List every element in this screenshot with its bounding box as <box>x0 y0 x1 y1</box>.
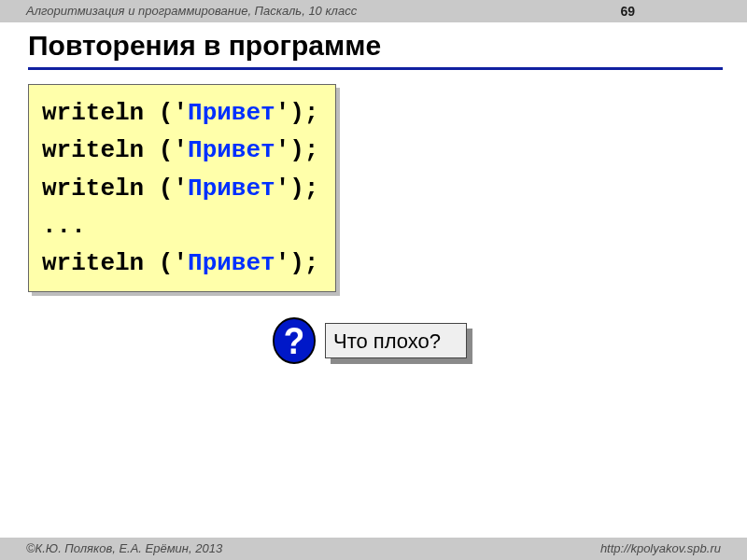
slide-footer-bar: ©К.Ю. Поляков, Е.А. Ерёмин, 2013 http://… <box>0 538 747 560</box>
slide-header-bar: Алгоритмизация и программирование, Паска… <box>0 0 747 22</box>
code-block-content: writeln ('Привет'); writeln ('Привет'); … <box>28 84 336 292</box>
code-block: writeln ('Привет'); writeln ('Привет'); … <box>28 84 336 292</box>
copyright-text: ©К.Ю. Поляков, Е.А. Ерёмин, 2013 <box>26 541 222 555</box>
page-number: 69 <box>620 0 635 22</box>
code-line: writeln ('Привет'); <box>42 99 318 127</box>
code-line: writeln ('Привет'); <box>42 249 318 277</box>
code-line: writeln ('Привет'); <box>42 136 318 164</box>
course-title: Алгоритмизация и программирование, Паска… <box>26 4 357 18</box>
callout-text: Что плохо? <box>333 329 441 353</box>
slide: Алгоритмизация и программирование, Паска… <box>0 0 747 560</box>
callout-box: Что плохо? <box>325 323 467 358</box>
page-title: Повторения в программе <box>28 30 723 70</box>
question-mark-icon: ? <box>273 317 316 364</box>
code-line: writeln ('Привет'); <box>42 175 318 203</box>
code-ellipsis: ... <box>42 212 86 240</box>
site-url: http://kpolyakov.spb.ru <box>600 538 721 560</box>
